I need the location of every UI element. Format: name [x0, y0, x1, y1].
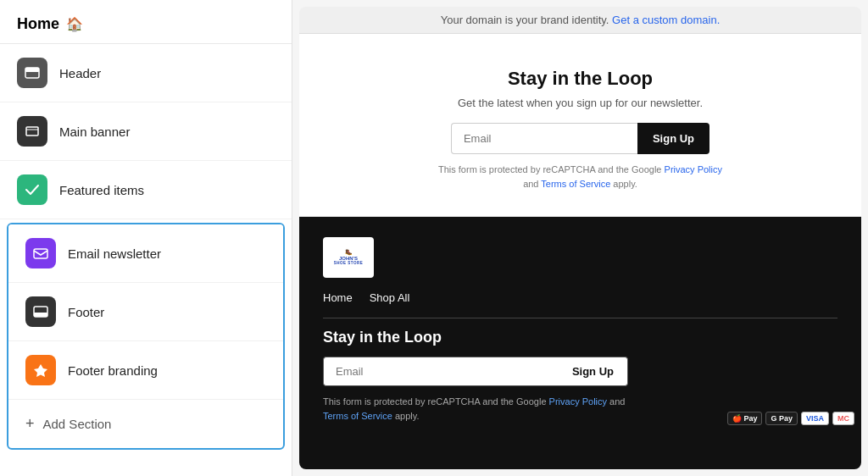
sidebar-item-footer-branding[interactable]: Footer branding [8, 341, 283, 400]
svg-rect-3 [34, 249, 47, 258]
newsletter-signup-button[interactable]: Sign Up [637, 123, 709, 154]
sidebar-item-footer-branding-label: Footer branding [68, 363, 158, 378]
legal-prefix: This form is protected by reCAPTCHA and … [438, 164, 662, 174]
legal-and: and [523, 179, 538, 189]
plus-icon: + [25, 415, 35, 433]
domain-bar-text: Your domain is your brand identity. [441, 14, 609, 26]
visa-badge: VISA [801, 412, 829, 425]
sidebar-item-main-banner[interactable]: Main banner [0, 102, 292, 161]
sidebar-item-header-label: Header [59, 66, 101, 80]
email-newsletter-icon [25, 238, 56, 268]
selected-section-group: Email newsletter Footer [7, 223, 285, 450]
footer-nav: Home Shop All [323, 291, 837, 304]
svg-rect-2 [26, 127, 38, 136]
newsletter-legal-text: This form is protected by reCAPTCHA and … [437, 163, 725, 191]
gpay-badge: G Pay [765, 412, 798, 425]
newsletter-email-input[interactable] [451, 123, 637, 154]
featured-items-icon [17, 174, 47, 205]
add-section-button[interactable]: + Add Section [8, 400, 283, 448]
footer-nav-shop-all[interactable]: Shop All [370, 291, 410, 304]
mastercard-badge: MC [832, 412, 854, 425]
sidebar-item-email-newsletter-label: Email newsletter [68, 246, 161, 261]
footer-privacy-link[interactable]: Privacy Policy [549, 396, 607, 407]
sidebar: Home 🏠 Header Main banner [0, 0, 292, 476]
footer-divider [323, 318, 837, 318]
footer-logo-image: 🥾 JOHN'S SHOE STORE [326, 249, 370, 265]
footer-and: and [609, 396, 625, 407]
payment-icons: 🍎 Pay G Pay VISA MC [727, 412, 854, 425]
footer-form: Sign Up [323, 357, 628, 386]
svg-rect-1 [25, 68, 39, 72]
footer-nav-home[interactable]: Home [323, 291, 353, 304]
sidebar-item-featured-items[interactable]: Featured items [0, 161, 292, 219]
sidebar-items-list: Header Main banner Featured items [0, 44, 292, 476]
footer-signup-button[interactable]: Sign Up [559, 357, 628, 386]
main-content: Your domain is your brand identity. Get … [292, 0, 868, 476]
sidebar-item-footer[interactable]: Footer [8, 283, 283, 341]
newsletter-preview-section: Stay in the Loop Get the latest when you… [299, 34, 861, 217]
footer-email-input[interactable] [323, 357, 559, 386]
apple-pay-badge: 🍎 Pay [727, 412, 763, 425]
header-icon [17, 58, 47, 88]
sidebar-item-header[interactable]: Header [0, 44, 292, 102]
domain-bar: Your domain is your brand identity. Get … [299, 7, 861, 34]
sidebar-item-footer-label: Footer [68, 305, 104, 319]
footer-icon [25, 296, 56, 327]
footer-preview-section: 🥾 JOHN'S SHOE STORE Home Shop All Stay i… [299, 217, 861, 469]
footer-logo-area: 🥾 JOHN'S SHOE STORE [323, 237, 837, 278]
svg-rect-5 [34, 313, 47, 317]
main-banner-icon [17, 116, 47, 147]
footer-newsletter-title: Stay in the Loop [323, 329, 837, 346]
legal-apply: apply. [613, 179, 637, 189]
home-icon: 🏠 [66, 16, 83, 32]
preview-frame: Stay in the Loop Get the latest when you… [299, 34, 861, 469]
newsletter-form: Sign Up [316, 123, 844, 154]
terms-of-service-link[interactable]: Terms of Service [541, 179, 610, 189]
footer-legal-prefix: This form is protected by reCAPTCHA and … [323, 396, 547, 407]
get-custom-domain-link[interactable]: Get a custom domain. [612, 14, 720, 26]
footer-legal-text: This form is protected by reCAPTCHA and … [323, 395, 628, 423]
sidebar-item-featured-items-label: Featured items [59, 183, 144, 197]
sidebar-item-email-newsletter[interactable]: Email newsletter [8, 224, 283, 283]
footer-terms-link[interactable]: Terms of Service [323, 411, 392, 421]
footer-branding-icon [25, 355, 56, 385]
home-title: Home [17, 15, 59, 33]
add-section-label: Add Section [43, 417, 112, 431]
newsletter-subtitle: Get the latest when you sign up for our … [316, 97, 844, 109]
sidebar-item-main-banner-label: Main banner [59, 125, 130, 139]
sidebar-header: Home 🏠 [0, 0, 292, 44]
footer-logo-box: 🥾 JOHN'S SHOE STORE [323, 237, 374, 278]
privacy-policy-link[interactable]: Privacy Policy [665, 164, 722, 174]
newsletter-title: Stay in the Loop [316, 68, 844, 90]
footer-apply: apply. [395, 411, 420, 421]
